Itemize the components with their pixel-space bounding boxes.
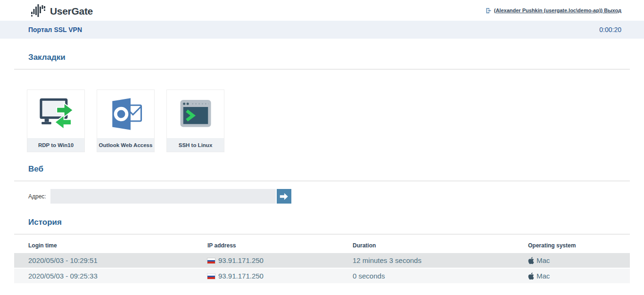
col-operating-system: Operating system	[528, 239, 630, 252]
col-ip-address: IP address	[207, 239, 353, 252]
bookmark-tile-ssh[interactable]: SSH to Linux	[166, 90, 224, 152]
history-row: 2020/05/03 - 09:25:33 93.91.171.250 0 se…	[14, 269, 630, 283]
history-table: Login time IP address Duration Operating…	[14, 238, 630, 284]
ip-cell: 93.91.171.250	[207, 253, 353, 268]
usergate-logo-text: UserGate	[50, 6, 93, 17]
address-input[interactable]	[50, 189, 276, 204]
russia-flag-icon	[207, 258, 215, 263]
arrow-right-icon	[279, 191, 289, 202]
russia-flag-icon	[207, 274, 215, 279]
os-cell: Mac	[528, 253, 630, 268]
apple-icon	[528, 272, 534, 280]
ip-value: 93.91.171.250	[218, 256, 264, 264]
usergate-logo: UserGate	[31, 4, 93, 17]
col-login-time: Login time	[14, 239, 207, 252]
duration-cell: 12 minutes 3 seconds	[353, 253, 528, 268]
apple-icon	[528, 257, 534, 264]
terminal-icon	[167, 90, 224, 138]
col-duration: Duration	[353, 239, 528, 252]
login-time-cell: 2020/05/03 - 09:25:33	[14, 269, 207, 283]
web-heading: Веб	[28, 164, 630, 174]
login-time-cell: 2020/05/03 - 10:29:51	[14, 253, 207, 268]
outlook-icon	[97, 90, 154, 138]
bookmarks-heading: Закладки	[28, 53, 630, 62]
address-label: Адрес:	[28, 193, 46, 200]
history-header-row: Login time IP address Duration Operating…	[14, 239, 630, 252]
logout-icon[interactable]	[485, 7, 492, 14]
session-timer: 0:00:20	[599, 26, 621, 33]
ip-cell: 93.91.171.250	[207, 269, 353, 283]
bookmark-tile-label: SSH to Linux	[167, 138, 224, 152]
os-value: Mac	[537, 256, 550, 264]
bookmark-tiles: RDP to Win10 Outlook Web Access	[27, 90, 630, 152]
history-row: 2020/05/03 - 10:29:51 93.91.171.250 12 m…	[14, 253, 630, 268]
portal-bar: Портал SSL VPN 0:00:20	[0, 21, 644, 39]
bookmark-tile-rdp[interactable]: RDP to Win10	[27, 90, 85, 152]
section-divider	[14, 180, 630, 181]
duration-cell: 0 seconds	[353, 269, 528, 283]
bookmark-tile-label: Outlook Web Access	[97, 138, 154, 152]
top-header: UserGate (Alexander Pushkin (usergate.lo…	[0, 0, 644, 21]
web-section: Веб Адрес:	[14, 164, 630, 204]
main-content: Закладки RDP to Win10	[0, 53, 644, 284]
ssl-vpn-portal-page: UserGate (Alexander Pushkin (usergate.lo…	[0, 0, 644, 284]
portal-title: Портал SSL VPN	[28, 26, 82, 33]
bookmark-tile-outlook[interactable]: Outlook Web Access	[97, 90, 155, 152]
usergate-logo-icon	[31, 4, 47, 17]
history-section: История Login time IP address Duration O…	[14, 218, 630, 284]
section-divider	[14, 234, 630, 235]
history-heading: История	[28, 218, 630, 227]
os-cell: Mac	[528, 269, 630, 283]
bookmarks-section: Закладки RDP to Win10	[14, 53, 630, 152]
user-area: (Alexander Pushkin (usergate.loc\demo-ap…	[485, 7, 621, 14]
bookmark-tile-label: RDP to Win10	[27, 138, 84, 152]
go-button[interactable]	[277, 189, 291, 204]
section-divider	[14, 69, 630, 70]
os-value: Mac	[537, 272, 550, 280]
ip-value: 93.91.171.250	[218, 272, 264, 280]
address-row: Адрес:	[28, 189, 630, 204]
rdp-monitor-icon	[27, 90, 84, 138]
logout-link[interactable]: (Alexander Pushkin (usergate.loc\demo-ap…	[494, 8, 621, 13]
